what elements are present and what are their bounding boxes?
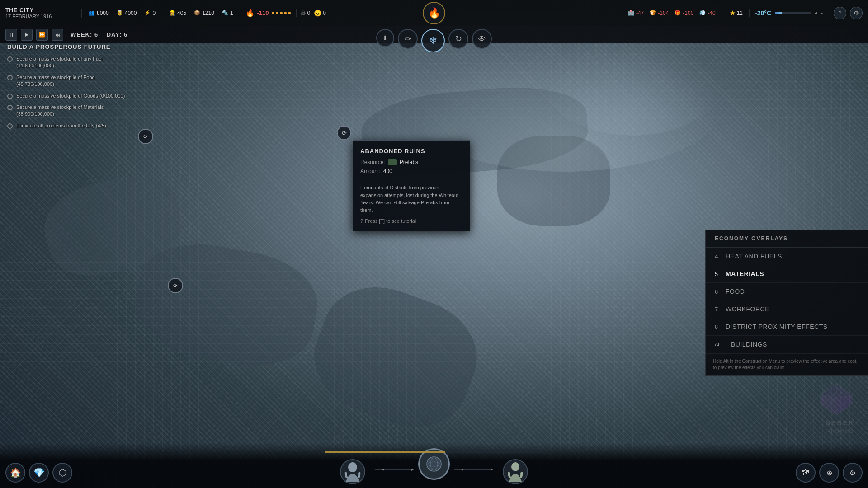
pause-button[interactable]: ⏸ bbox=[5, 29, 17, 41]
map-icon-ruins[interactable]: ⟳ bbox=[138, 129, 153, 144]
svg-marker-2 bbox=[836, 395, 852, 415]
play-button[interactable]: ▶ bbox=[21, 29, 33, 41]
temp-scale-right: ▸ bbox=[821, 10, 823, 15]
workers-value: 405 bbox=[177, 10, 186, 16]
svg-marker-4 bbox=[821, 384, 836, 397]
energy-resource: ⚡ 0 bbox=[141, 9, 158, 18]
economy-number-food: 6 bbox=[715, 288, 726, 295]
sick-icon: ☠ bbox=[300, 9, 306, 17]
city-date: 17 FEBRUARY 1916 bbox=[5, 14, 76, 19]
objective-text-1: Secure a massive stockpile of any Fuel (… bbox=[16, 56, 134, 70]
nav-down-button[interactable]: ⬇ bbox=[376, 29, 394, 47]
objective-circle-1 bbox=[7, 56, 13, 62]
star-icon: ★ bbox=[730, 9, 736, 17]
economy-item-food[interactable]: 6 FOOD bbox=[706, 283, 868, 300]
materials-resource: 📦 1210 bbox=[191, 9, 217, 18]
population-value: 8000 bbox=[97, 10, 109, 16]
bottom-right-icon-3[interactable]: ⚙ bbox=[843, 463, 863, 483]
center-button[interactable] bbox=[418, 448, 450, 480]
day-label: DAY: bbox=[107, 31, 122, 38]
bottom-icon-3[interactable]: ⬡ bbox=[52, 463, 72, 483]
top-center-icon: 🔥 bbox=[423, 2, 445, 24]
energy-icon: ⚡ bbox=[144, 9, 151, 17]
heat-dot-5 bbox=[288, 12, 291, 14]
economy-number-district: 8 bbox=[715, 324, 726, 330]
star-group: ★ 12 bbox=[723, 8, 749, 18]
sick-value: 0 bbox=[307, 10, 311, 16]
heat-dot-3 bbox=[280, 12, 283, 14]
workers-icon: 👷 bbox=[169, 9, 176, 17]
bottom-icon-1[interactable]: 🏠 bbox=[5, 463, 25, 483]
star-value: 12 bbox=[737, 10, 743, 16]
watermark: NEBER GAMING bbox=[818, 381, 854, 434]
economy-item-district[interactable]: 8 DISTRICT PROXIMITY EFFECTS bbox=[706, 318, 868, 336]
ruins-icon[interactable]: ⟳ bbox=[337, 126, 351, 140]
sick-status: ☠ 0 bbox=[300, 9, 311, 17]
bottom-icon-2[interactable]: 💎 bbox=[29, 463, 49, 483]
week-day-label: WEEK: 6 DAY: 6 bbox=[71, 31, 127, 38]
star-resource: ★ 12 bbox=[727, 8, 745, 18]
svg-point-9 bbox=[511, 462, 519, 471]
temperature-value: -20°C bbox=[755, 9, 771, 17]
economy-number-heat: 4 bbox=[715, 253, 726, 260]
connector-right-line bbox=[454, 469, 461, 470]
bottom-left-icons: 🏠 💎 ⬡ bbox=[5, 463, 72, 483]
watermark-type-text: GAMING bbox=[818, 428, 854, 434]
settings-button[interactable]: ⚙ bbox=[850, 7, 863, 19]
svg-point-5 bbox=[348, 462, 357, 472]
fastest-button[interactable]: ⏭ bbox=[52, 29, 63, 41]
objective-circle-3 bbox=[7, 94, 13, 99]
economy-number-materials: 5 bbox=[715, 271, 726, 277]
food-value: 4000 bbox=[125, 10, 137, 16]
heat-dots bbox=[272, 12, 291, 14]
city-name: THE CITY bbox=[5, 7, 76, 14]
economy-label-workforce: WORKFORCE bbox=[726, 305, 859, 313]
temperature-display: -20°C ◂ ▸ bbox=[749, 9, 828, 17]
objective-text-4: Secure a massive stockpile of Materials … bbox=[16, 104, 134, 118]
character-figure-left bbox=[344, 462, 362, 482]
steam-value: -40 bbox=[708, 10, 715, 16]
economy-item-workforce[interactable]: 7 WORKFORCE bbox=[706, 300, 868, 318]
tooltip-resource-value: Prefabs bbox=[400, 159, 418, 165]
week-label: WEEK: bbox=[71, 31, 92, 38]
food-rate-icon: 🍞 bbox=[649, 9, 656, 17]
map-icon-left[interactable]: ⟳ bbox=[168, 278, 183, 293]
economy-number-buildings: ALT bbox=[715, 342, 731, 347]
character-slot-left[interactable] bbox=[330, 448, 375, 484]
nav-eye-button[interactable]: 👁 bbox=[472, 29, 492, 49]
health-value: -47 bbox=[636, 10, 644, 16]
heat-bar[interactable]: 🔥 -110 bbox=[240, 9, 296, 17]
economy-item-heat[interactable]: 4 HEAT AND FUELS bbox=[706, 248, 868, 265]
connector-right: ◂ ▸ bbox=[454, 467, 493, 472]
food-rate-resource: 🍞 -104 bbox=[646, 9, 671, 18]
economy-item-buildings[interactable]: ALT BUILDINGS bbox=[706, 336, 868, 353]
connector-left-middle bbox=[384, 469, 411, 470]
objective-circle-5 bbox=[7, 123, 13, 129]
nav-edit-button[interactable]: ✏ bbox=[398, 29, 418, 49]
watermark-studio-text: NEBER bbox=[818, 419, 854, 427]
watermark-gem-icon bbox=[818, 381, 854, 418]
nav-snowflake-button[interactable]: ❄ bbox=[421, 29, 445, 52]
character-slot-right[interactable] bbox=[493, 448, 538, 484]
discontent-icon: 😠 bbox=[314, 9, 321, 17]
connector-left-line bbox=[375, 469, 382, 470]
tooltip-description: Remnants of Districts from previous expa… bbox=[360, 179, 462, 214]
nav-recycle-button[interactable]: ↻ bbox=[448, 29, 468, 49]
economy-item-materials[interactable]: 5 MATERIALS bbox=[706, 265, 868, 283]
objective-item-2: Secure a massive stockpile of Food (45,7… bbox=[7, 74, 134, 88]
fast-forward-button[interactable]: ⏩ bbox=[36, 29, 48, 41]
bottom-right-icon-2[interactable]: ⊕ bbox=[819, 463, 839, 483]
bottom-right-icon-1[interactable]: 🗺 bbox=[796, 463, 816, 483]
heat-dot-1 bbox=[272, 12, 274, 14]
flame-button[interactable]: 🔥 bbox=[423, 2, 445, 24]
workers-resource: 👷 405 bbox=[166, 9, 189, 18]
tooltip-hint-text: Press [T] to see tutorial bbox=[365, 218, 416, 224]
temperature-fill bbox=[775, 12, 782, 14]
population-resource: 👥 8000 bbox=[85, 9, 112, 18]
ruins-marker[interactable]: ⟳ bbox=[337, 126, 351, 140]
tooltip-hint: ? Press [T] to see tutorial bbox=[360, 218, 462, 224]
help-button[interactable]: ? bbox=[834, 7, 846, 19]
discontent-value: 0 bbox=[323, 10, 326, 16]
prefabs-value: 1 bbox=[230, 10, 233, 16]
economy-label-food: FOOD bbox=[726, 288, 859, 295]
